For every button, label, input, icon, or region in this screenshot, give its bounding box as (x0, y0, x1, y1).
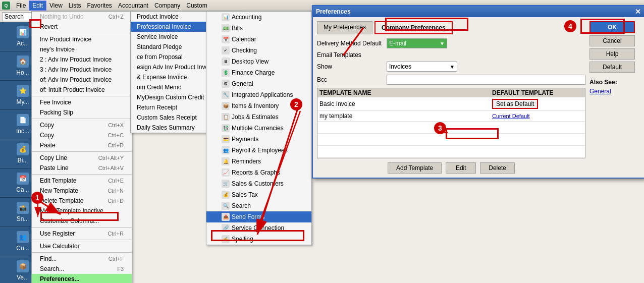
payroll-pref-icon: 👥 (222, 146, 230, 154)
separator-1 (32, 33, 132, 33)
separator-3 (32, 119, 132, 119)
make-template-inactive-item[interactable]: Make Template Inactive (32, 206, 132, 216)
pref-finance[interactable]: 💲 Finance Charge (206, 67, 311, 78)
set-as-default-button[interactable]: Set as Default (492, 99, 538, 109)
accounting-pref-icon: 📊 (222, 13, 230, 21)
pref-reminders[interactable]: 🔔 Reminders (206, 156, 311, 167)
pref-sendforms[interactable]: 📤 Send Forms (206, 211, 311, 222)
dialog-body: My Preferences Company Preferences Deliv… (313, 17, 644, 178)
pref-bills[interactable]: 💵 Bills (206, 23, 311, 34)
pref-search[interactable]: 🔍 Search (206, 200, 311, 211)
add-template-button[interactable]: Add Template (388, 162, 442, 174)
dialog-close-button[interactable]: ✕ (635, 8, 641, 16)
paste-line-item[interactable]: Paste Line Ctrl+Alt+V (32, 163, 132, 173)
menu-favorites[interactable]: Favorites (84, 1, 115, 10)
menu-edit[interactable]: Edit (29, 1, 46, 11)
menu-custom[interactable]: Custom (183, 1, 210, 10)
inv-product-invoice-item[interactable]: Inv Product Invoice (32, 34, 132, 44)
default-button[interactable]: Default (589, 62, 635, 73)
use-calculator-item[interactable]: Use Calculator (32, 241, 132, 251)
preferences-item[interactable]: Preferences... (32, 274, 132, 283)
delete-template-item[interactable]: Delete Template Ctrl+D (32, 196, 132, 206)
customize-columns-item[interactable]: Customize Columns... (32, 216, 132, 226)
adv2-item[interactable]: 2 : Adv Inv Product Invoice (32, 54, 132, 65)
badge-2: 2 (290, 98, 302, 110)
default-label: Default (603, 64, 622, 71)
preferences-label: Preferences... (40, 275, 80, 282)
paste-item[interactable]: Paste Ctrl+D (32, 140, 132, 150)
neys-invoice-label: ney's Invoice (40, 46, 75, 53)
show-label: Show (317, 63, 383, 70)
fee-invoice-item[interactable]: Fee Invoice (32, 97, 132, 107)
pref-desktop[interactable]: 🖥 Desktop View (206, 56, 311, 67)
delivery-method-value: E-mail (389, 40, 406, 47)
cancel-button[interactable]: Cancel (589, 35, 635, 46)
sendforms-pref-icon: 📤 (222, 213, 230, 221)
company-preferences-tab[interactable]: Company Preferences (374, 21, 453, 34)
pref-payments[interactable]: 💳 Payments (206, 134, 311, 145)
pref-sales[interactable]: 🛒 Sales & Customers (206, 178, 311, 189)
nothing-to-undo-item[interactable]: Nothing to Undo Ctrl+Z (32, 12, 132, 22)
adv3-item[interactable]: 3 : Adv Inv Product Invoice (32, 65, 132, 75)
search-item[interactable]: Search... F3 (32, 264, 132, 274)
neys-invoice-item[interactable]: ney's Invoice (32, 44, 132, 54)
pref-calendar[interactable]: 📅 Calendar (206, 34, 311, 45)
bcc-input[interactable] (387, 75, 585, 85)
email-templates-label: Email Templates (317, 51, 383, 59)
delete-button[interactable]: Delete (480, 162, 515, 174)
pref-payroll[interactable]: 👥 Payroll & Employees (206, 145, 311, 156)
use-register-item[interactable]: Use Register Ctrl+R (32, 229, 132, 239)
intuit-of-item[interactable]: of: Intuit Product Invoice (32, 85, 132, 95)
pref-jobs[interactable]: 📋 Jobs & Estimates (206, 111, 311, 123)
pref-checking[interactable]: ✓ Checking (206, 45, 311, 56)
professional-invoice-label: Professional Invoice (137, 23, 191, 30)
my-template-default: Current Default (492, 113, 583, 119)
badge-4: 4 (564, 20, 576, 32)
general-pref-icon: ⚙ (222, 80, 230, 88)
service-pref-icon: 🔗 (222, 224, 230, 232)
badge-1: 1 (31, 192, 43, 204)
ok-button[interactable]: OK (589, 21, 635, 33)
pref-accounting[interactable]: 📊 Accounting (206, 12, 311, 23)
template-scroll-area[interactable]: Basic Invoice Set as Default my template (317, 97, 585, 158)
revert-item[interactable]: Revert (32, 22, 132, 32)
my-preferences-tab[interactable]: My Preferences (317, 21, 372, 34)
copy-c-item[interactable]: Copy Ctrl+C (32, 130, 132, 140)
menu-view[interactable]: View (46, 1, 66, 10)
delivery-method-dropdown[interactable]: E-mail ▼ (387, 38, 447, 48)
pref-general-label: General (232, 80, 253, 87)
packing-slip-item[interactable]: Packing Slip (32, 107, 132, 118)
show-row: Show Invoices ▼ (317, 62, 585, 72)
copy-x-item[interactable]: Copy Ctrl+X (32, 120, 132, 130)
help-button[interactable]: Help (589, 48, 635, 60)
menu-accountant[interactable]: Accountant (115, 1, 151, 10)
pref-reports-label: Reports & Graphs (232, 169, 280, 176)
sidebar-item-label: My... (16, 98, 29, 105)
also-see-general-link[interactable]: General (589, 88, 640, 95)
menu-file[interactable]: File (13, 1, 29, 10)
pref-service[interactable]: 🔗 Service Connection (206, 222, 311, 234)
pref-reports[interactable]: 📈 Reports & Graphs (206, 167, 311, 178)
template-row-basic[interactable]: Basic Invoice Set as Default (317, 97, 585, 111)
delivery-method-arrow-icon: ▼ (440, 41, 445, 46)
copy-line-item[interactable]: Copy Line Ctrl+Alt+Y (32, 153, 132, 163)
edit-button[interactable]: Edit (446, 162, 476, 174)
desktop-pref-icon: 🖥 (222, 58, 230, 66)
pref-general[interactable]: ⚙ General (206, 78, 311, 89)
new-template-shortcut: Ctrl+N (108, 188, 124, 194)
pref-spelling[interactable]: ✍ Spelling (206, 234, 311, 245)
adv-of-item[interactable]: of: Adv Inv Product Invoice (32, 75, 132, 85)
show-arrow-icon: ▼ (450, 64, 455, 70)
show-dropdown[interactable]: Invoices ▼ (387, 62, 457, 72)
search-label: Search... (40, 265, 64, 272)
menu-lists[interactable]: Lists (66, 1, 84, 10)
pref-currencies[interactable]: 💱 Multiple Currencies (206, 123, 311, 134)
pref-salestax[interactable]: 💰 Sales Tax (206, 189, 311, 200)
sidebar-item-label: Bi... (18, 157, 28, 164)
find-item[interactable]: Find... Ctrl+F (32, 254, 132, 264)
template-row-my[interactable]: my template Current Default (317, 111, 585, 122)
menu-company[interactable]: Company (151, 1, 183, 10)
new-template-item[interactable]: New Template Ctrl+N (32, 186, 132, 196)
edit-template-item[interactable]: Edit Template Ctrl+E (32, 176, 132, 186)
revert-label: Revert (40, 23, 58, 30)
